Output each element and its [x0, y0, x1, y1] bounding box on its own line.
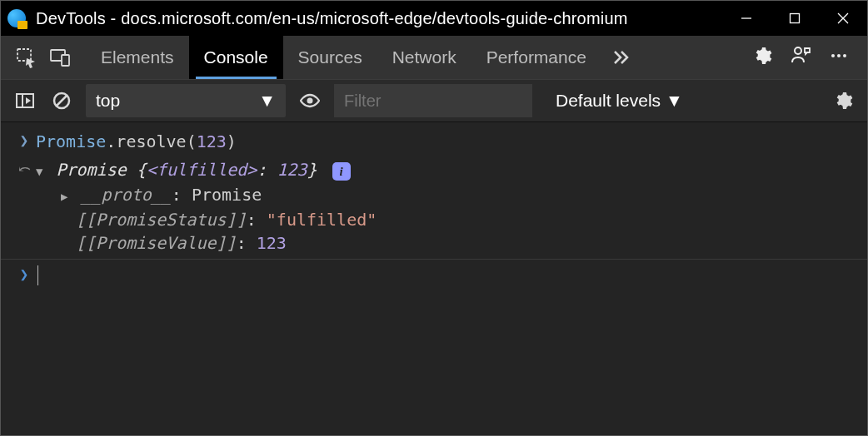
- info-icon[interactable]: i: [332, 162, 351, 181]
- code-token: Promise: [192, 185, 262, 205]
- dots-icon: [829, 46, 849, 66]
- live-expression-button[interactable]: [297, 88, 322, 113]
- code-token: .resolve(: [106, 131, 196, 151]
- sidebar-icon: [15, 91, 35, 111]
- gear-icon: [752, 46, 772, 66]
- code-token: 123: [277, 160, 307, 180]
- tab-network[interactable]: Network: [377, 36, 471, 79]
- feedback-icon: [791, 46, 811, 66]
- window-title: DevTools - docs.microsoft.com/en-us/micr…: [36, 9, 722, 28]
- console-output-row[interactable]: ⤺ ▼ Promise {<fulfilled>: 123} i ▶ __pro…: [1, 156, 867, 257]
- console-toolbar: top ▼ Default levels ▼: [1, 79, 867, 122]
- code-token: __proto__: [81, 185, 171, 205]
- toggle-sidebar-button[interactable]: [12, 88, 37, 113]
- code-token: :: [257, 160, 277, 180]
- input-chevron-icon: ❯: [12, 130, 36, 151]
- svg-line-15: [57, 96, 67, 106]
- code-token: Promise: [36, 131, 106, 151]
- code-token: ): [227, 131, 237, 151]
- gear-icon: [833, 91, 853, 111]
- code-token: Promise: [56, 160, 126, 180]
- window-titlebar: DevTools - docs.microsoft.com/en-us/micr…: [1, 1, 867, 36]
- console-prompt-row[interactable]: ❯: [1, 261, 867, 290]
- chevron-down-icon: ▼: [258, 91, 276, 111]
- code-token: :: [172, 185, 192, 205]
- code-token: :: [247, 210, 267, 230]
- tab-elements[interactable]: Elements: [86, 36, 189, 79]
- levels-label: Default levels: [556, 91, 661, 111]
- tab-console[interactable]: Console: [189, 36, 283, 79]
- maximize-button[interactable]: [771, 1, 819, 36]
- maximize-icon: [789, 12, 801, 24]
- input-chevron-icon: ❯: [12, 264, 36, 285]
- tab-performance[interactable]: Performance: [471, 36, 601, 79]
- filter-input[interactable]: [334, 84, 532, 117]
- code-token: <fulfilled>: [147, 160, 257, 180]
- output-chevron-icon: ⤺: [12, 158, 36, 180]
- inspect-icon: [16, 47, 37, 68]
- app-icon: [7, 9, 26, 27]
- expand-toggle[interactable]: ▶: [61, 185, 67, 208]
- svg-point-16: [307, 98, 313, 104]
- tabbar-right-controls: [752, 46, 856, 69]
- clear-console-button[interactable]: [49, 88, 74, 113]
- svg-rect-6: [62, 55, 69, 66]
- minimize-icon: [741, 12, 752, 24]
- more-tabs-button[interactable]: [606, 43, 635, 72]
- close-button[interactable]: [819, 1, 867, 36]
- close-icon: [837, 12, 849, 24]
- window-controls: [722, 1, 867, 36]
- clear-icon: [52, 91, 72, 111]
- svg-point-9: [837, 54, 841, 57]
- more-options-button[interactable]: [829, 46, 849, 69]
- code-token: {: [127, 160, 147, 180]
- settings-button[interactable]: [752, 46, 772, 69]
- panel-tabs: Elements Console Sources Network Perform…: [86, 36, 601, 79]
- object-property-row[interactable]: ▶ __proto__: Promise: [61, 183, 859, 208]
- console-settings-button[interactable]: [831, 88, 856, 113]
- object-property-row[interactable]: [[PromiseValue]]: 123: [61, 231, 859, 255]
- svg-point-10: [843, 54, 846, 57]
- tab-sources[interactable]: Sources: [283, 36, 377, 79]
- context-value: top: [96, 91, 120, 111]
- device-icon: [49, 47, 71, 68]
- code-token: 123: [257, 233, 287, 253]
- expand-toggle[interactable]: ▼: [36, 160, 42, 183]
- console-output: ❯ Promise.resolve(123) ⤺ ▼ Promise {<ful…: [1, 122, 867, 295]
- svg-rect-4: [17, 49, 31, 61]
- code-token: }: [307, 160, 317, 180]
- device-toggle-button[interactable]: [46, 43, 74, 72]
- code-token: [[PromiseStatus]]: [76, 210, 247, 230]
- code-token: 123: [197, 131, 227, 151]
- svg-point-7: [795, 47, 801, 54]
- object-property-row[interactable]: [[PromiseStatus]]: "fulfilled": [61, 208, 859, 231]
- chevron-down-icon: ▼: [666, 91, 683, 111]
- svg-rect-1: [791, 14, 800, 23]
- eye-icon: [300, 91, 320, 111]
- inspect-element-button[interactable]: [12, 43, 41, 72]
- code-token: [[PromiseValue]]: [76, 233, 237, 253]
- console-input-row[interactable]: ❯ Promise.resolve(123): [1, 127, 867, 156]
- log-levels-selector[interactable]: Default levels ▼: [556, 91, 683, 111]
- code-token: "fulfilled": [267, 210, 377, 230]
- feedback-button[interactable]: [791, 46, 811, 69]
- minimize-button[interactable]: [722, 1, 771, 36]
- context-selector[interactable]: top ▼: [86, 84, 286, 117]
- svg-marker-13: [26, 97, 31, 104]
- cursor: [37, 265, 38, 285]
- code-token: :: [237, 233, 257, 253]
- svg-point-8: [831, 54, 835, 57]
- main-tabbar: Elements Console Sources Network Perform…: [1, 36, 867, 79]
- chevrons-right-icon: [610, 47, 631, 68]
